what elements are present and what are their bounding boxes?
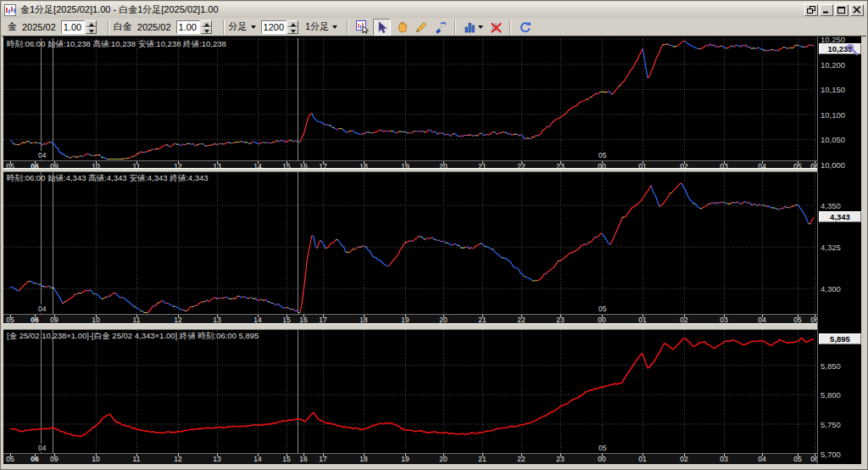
cascade-windows-icon: [807, 6, 815, 14]
date-label: 05: [598, 151, 607, 159]
time-tick-label: 23: [552, 455, 569, 463]
platinum-1min-time-axis: 0506091011121314151617181920212223000102…: [3, 314, 817, 323]
gold-contract-month: 2025/02: [22, 22, 56, 32]
gold-platinum-spread-info-text: [金 25/02 10,238×1.00]-[白金 25/02 4,343×1.…: [7, 331, 259, 342]
close-button[interactable]: [850, 4, 864, 16]
time-tick-label: 02: [676, 455, 693, 463]
chevron-down-icon: [332, 25, 337, 29]
bar-chart-icon: [464, 20, 477, 34]
chart-type-button[interactable]: [461, 19, 485, 36]
gold-1min-info-text: 時刻:06:00 始値:10,238 高値:10,238 安値:10,238 終…: [7, 39, 226, 50]
gold-ratio-spinner[interactable]: [86, 20, 97, 34]
time-tick-label: 16: [295, 455, 312, 463]
toolbar-separator: [347, 20, 348, 35]
time-tick-label: 13: [209, 455, 225, 463]
price-axis-column: 10,25010,20010,15010,10010,05010,00010,2…: [817, 36, 861, 464]
time-tick-label: 00: [593, 455, 610, 463]
pen-tool-button[interactable]: [431, 19, 449, 36]
gold-1min-chart[interactable]: [3, 38, 817, 160]
gold-ratio-input[interactable]: 1.00: [61, 20, 85, 34]
time-tick-label: 09: [46, 455, 63, 463]
time-tick-label: 04: [754, 455, 771, 463]
date-label: 05: [598, 305, 607, 313]
current-price-tag: 4,343: [819, 211, 861, 222]
time-tick-label: 05: [789, 455, 806, 463]
toolbar-separator: [108, 20, 109, 35]
gold-1min-time-axis: 0506091011121314151617181920212223000102…: [3, 160, 817, 168]
pane-separator: [3, 168, 861, 172]
price-axis-label: 10,100: [821, 110, 860, 120]
toolbar-separator: [509, 20, 511, 35]
time-tick-label: 10: [87, 455, 104, 463]
pointer-icon: [376, 20, 389, 34]
time-tick-label: 01: [634, 455, 651, 463]
price-axis-label: 10,000: [821, 160, 860, 170]
pointer-tool-button[interactable]: [373, 19, 391, 36]
time-tick-label: 12: [170, 455, 186, 463]
toolbar-separator: [223, 20, 225, 35]
bar-type-value: 分足: [229, 20, 248, 33]
time-tick-label: 21: [474, 455, 491, 463]
interval-dropdown[interactable]: 1分足: [305, 20, 337, 33]
platinum-label: 白金: [114, 20, 132, 33]
hand-icon: [395, 20, 409, 34]
chevron-down-icon: [251, 25, 256, 29]
time-tick-label: 11: [128, 455, 145, 463]
maximize-icon: [837, 6, 846, 14]
platinum-contract-month: 2025/02: [137, 22, 171, 32]
price-axis-label: 10,150: [821, 85, 860, 94]
time-tick-label: 17: [314, 455, 331, 463]
delete-x-icon: [489, 20, 503, 34]
refresh-button[interactable]: [516, 19, 534, 36]
minimize-icon: [822, 6, 831, 14]
price-axis-label: 5,700: [821, 450, 860, 459]
price-axis-label: 5,800: [821, 390, 860, 400]
price-axis-label: 4,300: [821, 284, 860, 294]
delete-indicators-button[interactable]: [487, 19, 504, 36]
toolbar-separator: [454, 20, 456, 35]
pencil-icon: [415, 20, 428, 34]
gold-platinum-spread-time-axis: 0506091011121314151617181920212223000102…: [3, 453, 817, 464]
gold-label: 金: [8, 20, 17, 33]
time-tick-label: 14: [249, 455, 266, 463]
title-bar[interactable]: 金1分足[2025/02]1.00 - 白金1分足[2025/02]1.00: [2, 2, 866, 18]
wrench-icon: [846, 43, 860, 57]
settings-wrench-button[interactable]: [846, 43, 860, 57]
time-tick-label: 18: [355, 455, 372, 463]
time-tick-label: 20: [435, 455, 452, 463]
gold-platinum-spread-chart[interactable]: [3, 330, 817, 453]
window-title: 金1分足[2025/02]1.00 - 白金1分足[2025/02]1.00: [20, 3, 804, 16]
platinum-1min-chart[interactable]: [3, 172, 817, 314]
app-icon: [4, 4, 16, 16]
pen-line-icon: [434, 20, 448, 34]
price-axis-label: 10,200: [821, 60, 860, 70]
toolbar: 金 2025/02 1.00 白金 2025/02 1.00 分足 1200 1…: [2, 18, 866, 36]
pane-separator: [3, 323, 861, 330]
time-tick-label: 22: [513, 455, 530, 463]
bar-type-dropdown[interactable]: 分足: [229, 20, 256, 33]
price-axis-label: 10,050: [821, 135, 860, 144]
minimize-button[interactable]: [820, 4, 833, 16]
close-icon: [853, 6, 861, 14]
current-price-tag: 5,895: [819, 333, 861, 344]
hand-tool-button[interactable]: [392, 19, 410, 36]
platinum-ratio-input[interactable]: 1.00: [176, 20, 200, 34]
platinum-ratio-spinner[interactable]: [201, 20, 212, 34]
maximize-button[interactable]: [835, 4, 849, 16]
chart-properties-button[interactable]: [353, 19, 371, 36]
bar-count-spinner[interactable]: [287, 20, 298, 34]
bar-count-input[interactable]: 1200: [261, 20, 287, 34]
time-tick-label: 19: [397, 455, 414, 463]
price-axis-label: 5,850: [821, 361, 860, 371]
platinum-1min-info-text: 時刻:06:00 始値:4,343 高値:4,343 安値:4,343 終値:4…: [7, 173, 209, 184]
time-tick-label: 03: [715, 455, 732, 463]
time-tick-label: 05: [3, 455, 19, 463]
date-label: 05: [598, 444, 607, 452]
cascade-windows-button[interactable]: [804, 4, 818, 16]
time-tick-label: 15: [278, 455, 295, 463]
chart-client-area: 10,25010,20010,15010,10010,05010,00010,2…: [3, 36, 861, 464]
interval-value: 1分足: [305, 20, 329, 33]
date-label: 04: [37, 444, 47, 452]
refresh-icon: [519, 20, 532, 34]
pencil-tool-button[interactable]: [412, 19, 430, 36]
